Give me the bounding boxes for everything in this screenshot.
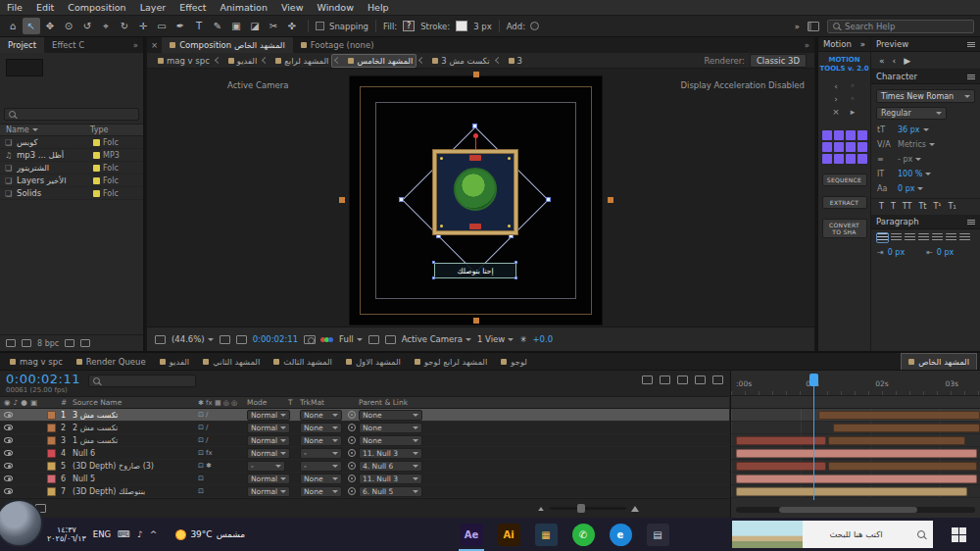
mode-dropdown[interactable]: Normal (247, 435, 290, 446)
logo-artwork-layer[interactable] (433, 150, 517, 234)
panel-more-icon[interactable]: » (800, 37, 814, 53)
bit-depth-label[interactable]: 8 bpc (37, 339, 59, 348)
timeline-tab[interactable]: المشهد الثاني (196, 353, 267, 370)
font-size-field[interactable]: tT 36 px (871, 123, 980, 137)
layer-switches[interactable]: ⊡ ✱ (198, 460, 247, 472)
resolution-dropdown[interactable]: Full (339, 334, 363, 344)
trkmat-dropdown[interactable]: None (300, 423, 342, 433)
motion-swatch[interactable] (846, 142, 856, 152)
pen-tool-icon[interactable]: ✒ (172, 18, 189, 34)
trkmat-dropdown[interactable]: None (300, 474, 342, 484)
timeline-horizontal-scrollbar[interactable] (736, 507, 975, 513)
layer-bar-row[interactable] (731, 434, 980, 447)
caption-handle[interactable] (514, 261, 517, 264)
align-right-icon[interactable] (877, 233, 888, 242)
motion-blur-icon[interactable] (712, 376, 723, 384)
trkmat-dropdown[interactable]: None (300, 435, 342, 446)
breadcrumb-item[interactable]: الفديو (213, 55, 260, 67)
project-item-row[interactable]: ❏ كوبس Folc (0, 136, 143, 149)
visibility-toggle-icon[interactable] (4, 437, 13, 443)
parent-dropdown[interactable]: 11. Null 3 (359, 474, 422, 484)
timeline-layer-row[interactable]: 6 Null 5 ⊡ Normal None 11. Null 3 (0, 473, 729, 485)
clone-stamp-tool-icon[interactable]: ▣ (227, 18, 245, 34)
font-family-dropdown[interactable]: Times New Roman (876, 89, 975, 103)
add-icon[interactable] (530, 22, 539, 30)
parent-dropdown[interactable]: 4. Null 6 (359, 461, 422, 472)
type-tool-icon[interactable]: T (190, 18, 208, 34)
fill-swatch[interactable]: ? (403, 21, 415, 31)
indent-right-value[interactable]: 0 px (937, 248, 954, 257)
language-indicator[interactable]: ENG (93, 529, 111, 539)
motion-swatch[interactable] (822, 130, 832, 140)
illustrator-app[interactable]: Ai (490, 518, 527, 551)
whatsapp-app[interactable]: ✆ (564, 518, 602, 551)
panel-menu-icon[interactable] (967, 220, 975, 221)
stroke-width-value[interactable]: 3 px (473, 22, 492, 31)
preview-panel-title[interactable]: Preview (876, 39, 908, 49)
play-icon[interactable]: ▶ (904, 56, 910, 66)
layer-duration-bar[interactable] (828, 436, 965, 445)
pickwhip-icon[interactable] (348, 449, 356, 457)
after-effects-app[interactable]: Ae (453, 518, 490, 551)
motion-swatch[interactable] (834, 130, 844, 140)
indent-left-value[interactable]: 0 px (888, 248, 905, 257)
timeline-layer-row[interactable]: 7 بنتوصلك (3D Depth) ⊡ Normal None 6. Nu… (0, 485, 729, 498)
menu-item[interactable]: Edit (29, 0, 61, 15)
brush-tool-icon[interactable]: ✎ (209, 18, 226, 34)
channel-icon[interactable] (321, 337, 333, 342)
layer-switches[interactable]: ⊡ (198, 485, 247, 497)
preview-timecode[interactable]: 0:00:02:11 (253, 334, 298, 344)
motion-action-button[interactable]: CONVERT TO SHA (822, 219, 867, 238)
layer-duration-bar[interactable] (818, 411, 980, 420)
trkmat-dropdown[interactable]: None (300, 410, 342, 421)
type-column-header[interactable]: Type (90, 125, 108, 134)
timeline-tab[interactable]: المشهد لرابع لوجو (408, 353, 494, 370)
tracking-field[interactable]: ≡ - px (871, 152, 980, 167)
small-caps-icon[interactable]: Tt (918, 202, 926, 211)
magnification-dropdown[interactable]: (44.6%) (172, 334, 214, 344)
layer-bar-row[interactable] (731, 447, 980, 460)
project-tab[interactable]: Project (0, 37, 44, 53)
panel-more-icon[interactable]: » (860, 39, 865, 49)
taskbar-clock[interactable]: ١٤:٣٧ ٢٠٢٥/٠٦/١٣ (47, 526, 86, 543)
timeline-tab[interactable]: المشهد الخاص (901, 353, 977, 370)
layer-bar-row[interactable] (731, 473, 980, 485)
pickwhip-icon[interactable] (348, 462, 356, 470)
subscript-icon[interactable]: T₁ (949, 202, 956, 211)
justify-last-right-icon[interactable] (946, 233, 956, 242)
motion-swatch[interactable] (846, 154, 856, 164)
file-explorer-app[interactable]: ▤ (639, 518, 676, 551)
zoom-slider[interactable] (550, 507, 626, 510)
font-style-dropdown[interactable]: Regular (876, 107, 947, 120)
taskbar-search-box[interactable]: اكتب هنا للبحث (732, 521, 933, 548)
timeline-tab[interactable]: Render Queue (70, 353, 153, 370)
tray-expand-icon[interactable]: ^ (150, 529, 158, 539)
snapshot-icon[interactable] (304, 335, 316, 344)
lock-column-icon[interactable]: ▣ (30, 398, 37, 407)
layer-edge-handle[interactable] (473, 318, 479, 324)
menu-item[interactable]: Window (310, 0, 360, 15)
motion-action-button[interactable]: SEQUENCE (822, 174, 867, 186)
project-item-row[interactable]: ❏ Solids Folc (0, 187, 143, 200)
eraser-tool-icon[interactable]: ◪ (246, 18, 264, 34)
parent-dropdown[interactable]: 11. Null 3 (359, 448, 422, 459)
rotation-tool-icon[interactable]: ↻ (116, 18, 133, 34)
visibility-toggle-icon[interactable] (4, 425, 13, 430)
time-ruler[interactable]: :00s01s02s03s (731, 371, 980, 396)
shape-tool-icon[interactable]: ▭ (153, 18, 171, 34)
exposure-icon[interactable]: ✳ (519, 334, 526, 344)
motion-control-icon[interactable]: › (829, 94, 843, 104)
layer-duration-bar[interactable] (833, 424, 980, 432)
motion-swatch[interactable] (822, 154, 832, 164)
orbit-camera-tool-icon[interactable]: ↺ (78, 18, 96, 34)
layer-name[interactable]: تكست مش 3 (73, 411, 198, 420)
parent-dropdown[interactable]: None (359, 423, 422, 433)
trkmat-dropdown[interactable]: - (300, 448, 342, 459)
breadcrumb-item[interactable]: تكست مش 3 (416, 55, 492, 67)
audio-column-icon[interactable]: ♪ (14, 398, 19, 407)
timeline-tab[interactable]: المشهد الثالث (267, 353, 339, 370)
draft-3d-icon[interactable] (660, 376, 670, 384)
kerning-field[interactable]: V/A Metrics (871, 137, 980, 152)
character-panel-title[interactable]: Character (876, 72, 917, 81)
layer-bar-row[interactable] (731, 460, 980, 473)
